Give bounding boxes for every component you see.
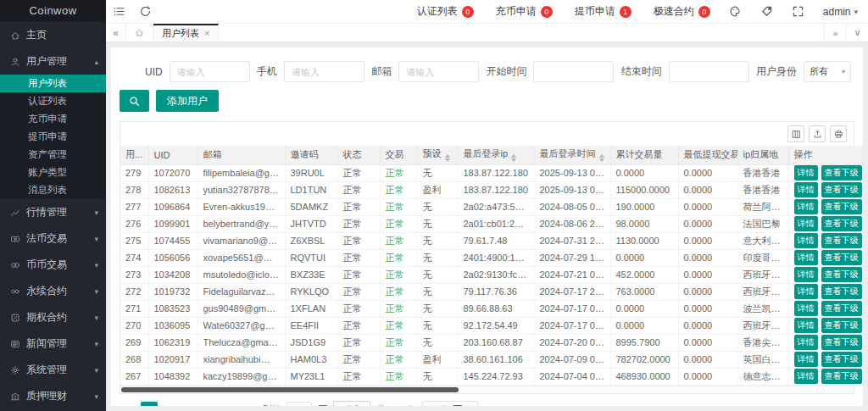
view-subordinates-button[interactable]: 查看下级 xyxy=(821,182,862,197)
tabs-scroll-right-button[interactable]: » xyxy=(824,24,846,42)
view-subordinates-button[interactable]: 查看下级 xyxy=(821,335,862,350)
detail-button[interactable]: 详情 xyxy=(794,165,818,181)
cell-min-withdraw-volume: 0.0000 xyxy=(678,368,737,385)
view-subordinates-button[interactable]: 查看下级 xyxy=(821,301,862,316)
sidebar-item-deposit-requests[interactable]: 充币申请 xyxy=(0,110,106,128)
view-subordinates-button[interactable]: 查看下级 xyxy=(821,250,862,265)
cell-total-volume: 782702.0000 xyxy=(610,351,678,368)
detail-button[interactable]: 详情 xyxy=(794,182,818,197)
topbar-shortcut-auth-list[interactable]: 认证列表0 xyxy=(417,4,474,19)
detail-button[interactable]: 详情 xyxy=(794,267,818,282)
topbar-shortcut-fast-contract[interactable]: 极速合约0 xyxy=(654,4,710,19)
sort-icon[interactable] xyxy=(445,154,450,162)
detail-button[interactable]: 详情 xyxy=(794,318,818,333)
detail-button[interactable]: 详情 xyxy=(794,335,818,350)
sidebar-item-options-contract[interactable]: 期权合约▾ xyxy=(0,304,106,330)
detail-button[interactable]: 详情 xyxy=(794,284,818,299)
column-last-login-ip[interactable]: 最后登录ip xyxy=(458,146,534,164)
horizontal-scrollbar[interactable] xyxy=(120,386,854,393)
fullscreen-icon xyxy=(792,5,804,18)
sidebar-item-account-types[interactable]: 账户类型 xyxy=(0,164,106,181)
sidebar-item-withdraw-requests[interactable]: 提币申请 xyxy=(0,128,106,146)
column-preset[interactable]: 预设 xyxy=(417,146,458,164)
cell-last-login-ip: 2a01:cb01:2039:d... xyxy=(458,215,534,232)
sidebar-item-message-list[interactable]: 消息列表 xyxy=(0,181,106,199)
main-area: 认证列表0充币申请0提币申请1极速合约0 admin▾ « 用户列表 × » ∨… xyxy=(106,0,868,411)
cell-min-withdraw-volume: 0.0000 xyxy=(678,283,737,300)
sidebar-item-coin-trade[interactable]: 币币交易▾ xyxy=(0,252,106,278)
theme-button[interactable] xyxy=(729,5,742,18)
tabs-scroll-left-button[interactable]: « xyxy=(106,24,126,42)
topbar-shortcut-withdraw-requests[interactable]: 提币申请1 xyxy=(575,4,632,19)
page-button-1[interactable]: 1 xyxy=(141,402,158,407)
detail-button[interactable]: 详情 xyxy=(794,216,818,231)
view-subordinates-button[interactable]: 查看下级 xyxy=(821,318,862,333)
tab-home[interactable] xyxy=(126,24,153,42)
sidebar-item-news-management[interactable]: 新闻管理▾ xyxy=(0,330,106,357)
refresh-icon xyxy=(139,5,152,18)
fullscreen-button[interactable] xyxy=(792,5,804,18)
action-bar: 添加用户 xyxy=(120,90,854,112)
phone-filter-input[interactable] xyxy=(284,61,364,82)
cell-seq: 268 xyxy=(120,351,148,368)
view-subordinates-button[interactable]: 查看下级 xyxy=(821,352,862,367)
user-identity-select[interactable]: 所有▾ xyxy=(804,61,851,82)
detail-button[interactable]: 详情 xyxy=(794,369,818,384)
add-user-button[interactable]: 添加用户 xyxy=(156,90,219,112)
sidebar-item-system-management[interactable]: 系统管理▾ xyxy=(0,357,106,383)
tag-button[interactable] xyxy=(760,5,773,18)
filter-columns-button[interactable] xyxy=(787,125,804,142)
view-subordinates-button[interactable]: 查看下级 xyxy=(821,369,862,384)
view-subordinates-button[interactable]: 查看下级 xyxy=(821,165,862,181)
sidebar-item-perpetual-contract[interactable]: 永续合约▾ xyxy=(0,278,106,304)
cell-email: yutian32787878@gm... xyxy=(198,181,285,198)
sidebar-item-auth-list[interactable]: 认证列表 xyxy=(0,92,106,110)
sidebar-item-asset-management[interactable]: 资产管理 xyxy=(0,146,106,164)
sidebar-toggle-button[interactable] xyxy=(113,5,125,18)
sidebar-item-home[interactable]: 主页 xyxy=(0,22,106,48)
start-time-filter-input[interactable] xyxy=(533,61,614,82)
detail-button[interactable]: 详情 xyxy=(794,352,818,367)
view-subordinates-button[interactable]: 查看下级 xyxy=(821,199,862,214)
tab-user-list[interactable]: 用户列表 × xyxy=(153,24,219,42)
email-filter-input[interactable] xyxy=(398,61,479,82)
topbar-shortcut-deposit-requests[interactable]: 充币申请0 xyxy=(496,4,553,19)
page-size-select[interactable]: 13 条/页▾ xyxy=(422,401,478,407)
page-button-3[interactable]: 3 xyxy=(183,402,200,407)
sidebar-item-staking-finance[interactable]: 质押理财▾ xyxy=(0,383,106,409)
refresh-button[interactable] xyxy=(139,5,152,18)
detail-button[interactable]: 详情 xyxy=(794,301,818,316)
print-button[interactable] xyxy=(830,125,847,142)
scrollbar-thumb[interactable] xyxy=(121,387,459,392)
next-page-button[interactable]: › xyxy=(241,404,256,407)
page-button-10[interactable]: 10 xyxy=(220,402,236,407)
view-subordinates-button[interactable]: 查看下级 xyxy=(821,284,862,299)
confirm-page-button[interactable]: 确定 xyxy=(333,401,370,407)
view-subordinates-button[interactable]: 查看下级 xyxy=(821,216,862,231)
search-button[interactable] xyxy=(120,90,149,112)
close-tab-icon[interactable]: × xyxy=(204,29,209,38)
column-last-login-time[interactable]: 最后登录时间 xyxy=(534,146,610,164)
sidebar-item-user-management[interactable]: 用户管理▴ xyxy=(0,48,106,75)
detail-button[interactable]: 详情 xyxy=(794,250,818,265)
cell-seq: 279 xyxy=(120,164,148,181)
page-button-2[interactable]: 2 xyxy=(162,402,179,407)
end-time-filter-input[interactable] xyxy=(669,61,749,82)
sidebar-item-fiat-trade[interactable]: 法币交易▾ xyxy=(0,225,106,252)
page-jump-input[interactable] xyxy=(287,402,312,407)
tabs-menu-button[interactable]: ∨ xyxy=(846,24,868,42)
sort-icon[interactable] xyxy=(599,154,604,162)
sidebar-item-user-list[interactable]: 用户列表 xyxy=(0,75,106,92)
view-subordinates-button[interactable]: 查看下级 xyxy=(821,233,862,248)
user-menu[interactable]: admin▾ xyxy=(823,6,858,18)
export-button[interactable] xyxy=(809,125,826,142)
sidebar-item-market-management[interactable]: 行情管理▾ xyxy=(0,199,106,225)
prev-page-button[interactable]: ‹ xyxy=(121,404,136,407)
detail-button[interactable]: 详情 xyxy=(794,199,818,214)
detail-button[interactable]: 详情 xyxy=(794,233,818,248)
chevron-down-icon: ▾ xyxy=(842,68,845,75)
sort-icon[interactable] xyxy=(511,154,516,162)
uid-filter-input[interactable] xyxy=(170,61,250,82)
view-subordinates-button[interactable]: 查看下级 xyxy=(821,267,862,282)
cell-status: 正常 xyxy=(337,249,380,266)
